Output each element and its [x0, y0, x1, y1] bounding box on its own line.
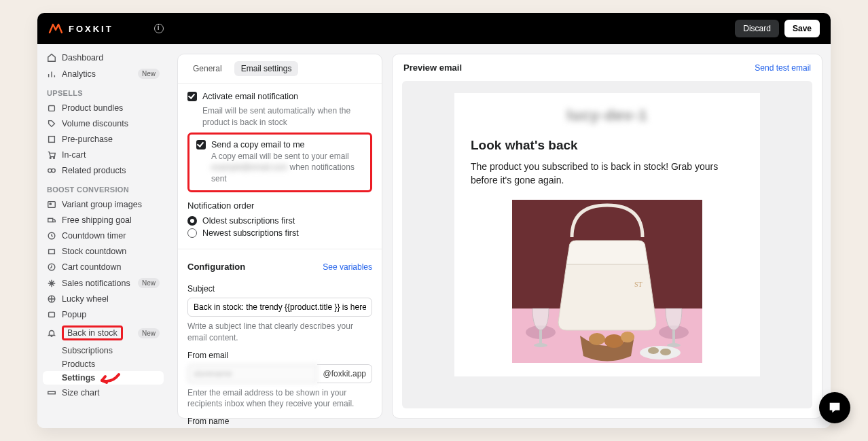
radio-newest[interactable] — [187, 228, 197, 238]
sidebar-item-popup[interactable]: Popup — [43, 307, 164, 322]
save-button[interactable]: Save — [784, 20, 820, 37]
svg-rect-10 — [49, 249, 55, 253]
image-icon — [47, 200, 56, 209]
tab-email-settings[interactable]: Email settings — [234, 61, 299, 76]
sparkle-icon — [47, 279, 56, 288]
sidebar-item-free-shipping[interactable]: Free shipping goal — [43, 213, 164, 228]
sidebar-item-label: Popup — [62, 310, 86, 319]
sidebar-item-label: Cart countdown — [62, 262, 122, 272]
sidebar-item-analytics[interactable]: Analytics New — [43, 66, 164, 82]
sidebar-item-pre-purchase[interactable]: Pre-purchase — [43, 132, 164, 147]
sidebar-item-related-products[interactable]: Related products — [43, 163, 164, 178]
email-body: The product you subscribed to is back in… — [471, 160, 744, 188]
tag-icon — [47, 119, 56, 128]
sidebar-item-label: Sales notifications — [62, 279, 130, 288]
email-product-image: ST — [512, 200, 702, 363]
sidebar-item-label: Back in stock — [62, 325, 123, 340]
subject-input[interactable] — [187, 298, 372, 317]
notification-options: Activate email notification Email will b… — [178, 84, 382, 249]
sidebar-item-product-bundles[interactable]: Product bundles — [43, 101, 164, 116]
sidebar-item-back-in-stock[interactable]: Back in stock New — [43, 323, 164, 343]
from-email-label: From email — [187, 351, 372, 360]
clock-icon — [47, 231, 56, 241]
svg-point-7 — [50, 203, 51, 205]
activate-label: Activate email notification — [202, 92, 298, 101]
sidebar-item-label: Countdown timer — [62, 231, 126, 241]
new-badge: New — [138, 69, 160, 79]
notification-order-title: Notification order — [187, 200, 372, 211]
svg-point-5 — [52, 169, 55, 172]
subject-label: Subject — [187, 284, 372, 294]
sidebar-item-sales-notifications[interactable]: Sales notifications New — [43, 275, 164, 291]
sidebar-item-label: Volume discounts — [62, 119, 128, 128]
sidebar-item-dashboard[interactable]: Dashboard — [43, 50, 164, 65]
sidebar-item-label: Related products — [62, 166, 126, 175]
truck-icon — [47, 215, 56, 225]
stock-icon — [47, 247, 56, 256]
sidebar-sub-settings[interactable]: Settings — [43, 371, 164, 385]
bell-icon — [47, 328, 56, 338]
from-email-input[interactable] — [187, 364, 317, 383]
email-headline: Look what's back — [471, 138, 744, 153]
preview-title: Preview email — [403, 63, 462, 73]
sidebar-item-size-chart[interactable]: Size chart — [43, 385, 164, 400]
chat-button[interactable] — [819, 392, 850, 423]
clock-icon — [47, 262, 56, 272]
new-badge: New — [138, 328, 160, 338]
sidebar-item-variant-group[interactable]: Variant group images — [43, 197, 164, 212]
sidebar-item-label: Lucky wheel — [62, 294, 109, 304]
send-copy-label: Send a copy email to me — [211, 140, 305, 149]
radio-newest-row[interactable]: Newest subscriptions first — [187, 228, 372, 238]
radio-newest-label: Newest subscriptions first — [202, 228, 299, 238]
svg-point-3 — [54, 158, 55, 159]
send-copy-block-highlight: Send a copy email to me A copy email wil… — [187, 133, 372, 192]
discard-button[interactable]: Discard — [735, 20, 779, 37]
link-icon — [47, 166, 56, 175]
email-logo-blurred: lucy-dev-1 — [471, 107, 744, 124]
cart-icon — [47, 150, 56, 160]
preview-card: Preview email Send test email lucy-dev-1… — [392, 54, 822, 419]
svg-point-24 — [589, 333, 605, 345]
checkbox-activate[interactable] — [187, 92, 197, 101]
sidebar-item-cart-countdown[interactable]: Cart countdown — [43, 260, 164, 275]
tab-general[interactable]: General — [186, 61, 229, 76]
brand-logo-icon — [48, 23, 63, 34]
sidebar-item-volume-discounts[interactable]: Volume discounts — [43, 116, 164, 131]
chat-icon — [827, 400, 842, 415]
from-email-field: @foxkit.app — [187, 364, 372, 383]
info-icon[interactable] — [154, 24, 164, 33]
from-name-label: From name — [187, 417, 372, 426]
brand: FOXKIT — [48, 23, 113, 34]
sidebar-sub-products[interactable]: Products — [43, 357, 164, 371]
sidebar: Dashboard Analytics New UPSELLS Product … — [37, 44, 169, 428]
bundle-icon — [47, 103, 56, 113]
sidebar-heading-upsells: UPSELLS — [43, 82, 164, 100]
checkbox-send-copy[interactable] — [196, 140, 206, 149]
see-variables-link[interactable]: See variables — [323, 262, 372, 272]
sidebar-sub-subscriptions[interactable]: Subscriptions — [43, 344, 164, 357]
home-icon — [47, 53, 56, 63]
svg-rect-6 — [48, 202, 56, 208]
wheel-icon — [47, 294, 56, 304]
configuration-title: Configuration — [187, 262, 245, 272]
radio-oldest[interactable] — [187, 216, 197, 226]
svg-point-2 — [50, 158, 51, 159]
sidebar-item-lucky-wheel[interactable]: Lucky wheel — [43, 292, 164, 306]
sidebar-item-countdown-timer[interactable]: Countdown timer — [43, 228, 164, 243]
preview-stage: lucy-dev-1 Look what's back The product … — [402, 81, 812, 408]
radio-oldest-row[interactable]: Oldest subscriptions first — [187, 216, 372, 226]
sidebar-item-label: Analytics — [62, 69, 96, 79]
box-icon — [47, 135, 56, 144]
bars-icon — [47, 69, 56, 79]
send-copy-help: A copy email will be sent to your email … — [211, 151, 363, 185]
svg-point-28 — [648, 347, 659, 354]
sidebar-item-label: Size chart — [62, 388, 100, 398]
sidebar-item-in-cart[interactable]: In-cart — [43, 147, 164, 162]
tabs: General Email settings — [178, 54, 382, 84]
sidebar-item-label: In-cart — [62, 150, 86, 160]
send-test-email-link[interactable]: Send test email — [755, 63, 811, 73]
sidebar-item-label: Dashboard — [62, 53, 103, 63]
app-topbar: FOXKIT Discard Save — [37, 13, 831, 44]
sidebar-item-stock-countdown[interactable]: Stock countdown — [43, 244, 164, 259]
radio-oldest-label: Oldest subscriptions first — [202, 216, 295, 226]
